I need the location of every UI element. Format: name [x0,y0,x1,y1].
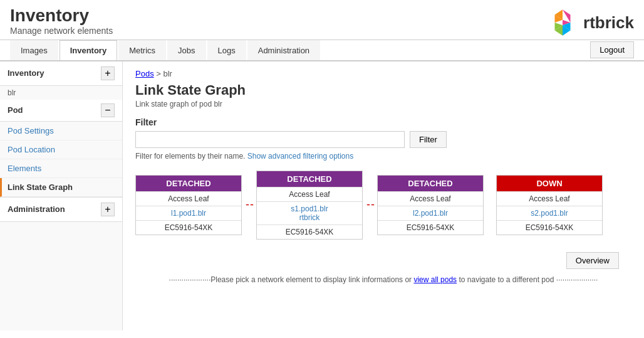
sidebar-item-pod-location[interactable]: Pod Location [0,140,122,159]
bottom-middle: to navigate to a different pod [459,275,554,284]
graph-area: DETACHED Access Leaf l1.pod1.blr EC5916-… [135,171,631,240]
node-status-0: DETACHED [136,176,241,191]
sidebar-admin-header: Administration + [0,197,122,222]
node-status-3: DOWN [497,176,602,191]
node-model-3: EC5916-54XK [497,220,602,235]
node-type-0: Access Leaf [136,191,241,206]
page-title: Link State Graph [135,82,631,98]
node-status-1: DETACHED [257,171,362,187]
tab-administration[interactable]: Administration [247,40,320,60]
node-card-2: DETACHED Access Leaf l2.pod1.blr EC5916-… [377,175,484,235]
sidebar-item-link-state-graph[interactable]: Link State Graph [0,178,122,197]
node-card-3: DOWN Access Leaf s2.pod1.blr EC5916-54XK [496,175,603,235]
tab-logs[interactable]: Logs [207,40,246,60]
nav-tabs: Images Inventory Metrics Jobs Logs Admin… [0,40,644,61]
node-name-3[interactable]: s2.pod1.blr [497,206,602,220]
overview-row: Overview [135,252,631,269]
sidebar-admin-add-button[interactable]: + [101,203,115,216]
filter-advanced-link[interactable]: Show advanced filtering options [247,152,353,161]
tab-metrics[interactable]: Metrics [118,40,166,60]
sidebar-inventory-add-button[interactable]: + [101,66,115,80]
breadcrumb-pod: blr [163,69,172,78]
breadcrumb-separator: > [154,69,164,78]
sidebar-pod-collapse-button[interactable]: − [101,103,115,117]
filter-label: Filter [135,117,631,127]
node-card-1: DETACHED Access Leaf s1.pod1.blrrtbrick … [256,171,363,240]
node-model-0: EC5916-54XK [136,220,241,235]
header: Inventory Manage network elements rtbric… [0,0,644,40]
app-title: Inventory [10,6,113,26]
node-card-0: DETACHED Access Leaf l1.pod1.blr EC5916-… [135,175,242,235]
logo-text: rtbrick [583,13,634,33]
node-name-1[interactable]: s1.pod1.blrrtbrick [257,201,362,224]
tab-inventory[interactable]: Inventory [60,40,118,60]
content-area: Pods > blr Link State Graph Link state g… [123,61,644,330]
overview-button[interactable]: Overview [566,252,619,269]
bottom-bar: ····················Please pick a networ… [135,275,631,284]
tab-images[interactable]: Images [10,40,58,60]
node-name-2[interactable]: l2.pod1.blr [378,206,483,220]
node-model-2: EC5916-54XK [378,220,483,235]
view-all-pods-link[interactable]: view all pods [413,275,457,284]
node-status-2: DETACHED [378,176,483,191]
header-left: Inventory Manage network elements [10,6,113,40]
filter-button[interactable]: Filter [410,131,447,148]
sidebar-inventory-label: Inventory [8,68,44,78]
node-type-2: Access Leaf [378,191,483,206]
node-name-0[interactable]: l1.pod1.blr [136,206,241,220]
page-subtitle: Link state graph of pod blr [135,100,631,108]
sidebar-blr-label: blr [0,86,122,100]
sidebar-admin-label: Administration [8,204,65,214]
sidebar-item-elements[interactable]: Elements [0,159,122,178]
sidebar-item-pod-settings[interactable]: Pod Settings [0,122,122,140]
main-layout: Inventory + blr Pod − Pod Settings Pod L… [0,61,644,330]
filter-section: Filter Filter Filter for elements by the… [135,117,631,161]
breadcrumb: Pods > blr [135,69,631,78]
logout-button[interactable]: Logout [590,41,634,58]
node-type-1: Access Leaf [257,187,362,201]
breadcrumb-pods-link[interactable]: Pods [135,69,154,78]
rtbrick-logo-icon [547,7,578,38]
bottom-prefix: ····················Please pick a networ… [169,275,412,284]
tab-jobs[interactable]: Jobs [167,40,205,60]
filter-hint: Filter for elements by their name. Show … [135,152,631,161]
node-type-3: Access Leaf [497,191,602,206]
sidebar-inventory-header: Inventory + [0,61,122,86]
connector-2: - - [363,198,377,211]
filter-input[interactable] [135,131,405,148]
node-model-1: EC5916-54XK [257,224,362,239]
app-subtitle: Manage network elements [10,26,113,36]
sidebar-pod-header: Pod − [0,100,122,122]
bottom-suffix: ···················· [556,275,598,284]
filter-row: Filter [135,131,631,148]
sidebar-pod-label: Pod [8,105,23,115]
sidebar: Inventory + blr Pod − Pod Settings Pod L… [0,61,123,330]
header-logo: rtbrick [547,7,634,38]
connector-1: - - [242,198,256,211]
